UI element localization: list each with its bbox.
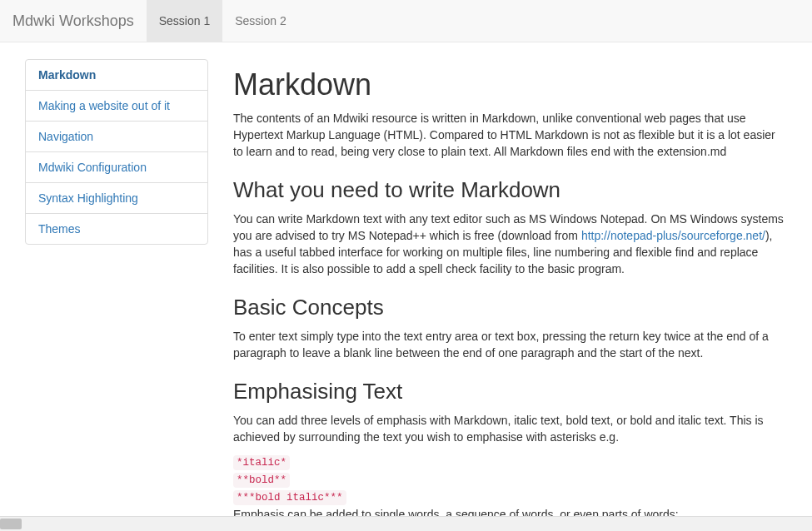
sidebar: Markdown Making a website out of it Navi… [25,59,208,245]
sidebar-item-mdwiki-configuration[interactable]: Mdwiki Configuration [26,152,207,183]
navbar: Mdwki Workshops Session 1 Session 2 [0,0,812,42]
intro-paragraph: The contents of an Mdwiki resource is wr… [233,111,787,161]
page-container: Markdown Making a website out of it Navi… [0,42,812,531]
navbar-brand[interactable]: Mdwki Workshops [12,0,147,42]
horizontal-scrollbar[interactable] [0,516,812,531]
emphasis-intro-paragraph: You can add three levels of emphasis wit… [233,413,787,446]
what-you-need-paragraph: You can write Markdown text with any tex… [233,211,787,278]
sidebar-item-syntax-highlighting[interactable]: Syntax Highlighting [26,183,207,214]
code-bold: **bold** [233,473,290,488]
emphasis-code-block: *italic* **bold** ***bold italic*** [233,454,787,507]
sidebar-item-markdown[interactable]: Markdown [26,60,207,91]
code-italic: *italic* [233,455,290,470]
heading-emphasising-text: Emphasising Text [233,379,787,404]
scrollbar-thumb[interactable] [0,519,22,529]
sidebar-column: Markdown Making a website out of it Navi… [12,59,221,531]
heading-basic-concepts: Basic Concepts [233,295,787,320]
notepad-plus-link[interactable]: http://notepad-plus/sourceforge.net/ [581,229,765,242]
tab-session-1[interactable]: Session 1 [147,0,222,42]
sidebar-item-making-website[interactable]: Making a website out of it [26,91,207,122]
code-bold-italic: ***bold italic*** [233,490,346,505]
basic-concepts-paragraph: To enter text simply type into the text … [233,329,787,362]
tab-session-2[interactable]: Session 2 [222,0,298,42]
heading-what-you-need: What you need to write Markdown [233,177,787,203]
content-column: Markdown The contents of an Mdwiki resou… [221,59,800,531]
sidebar-item-navigation[interactable]: Navigation [26,122,207,152]
page-title: Markdown [233,67,787,102]
sidebar-item-themes[interactable]: Themes [26,214,207,244]
